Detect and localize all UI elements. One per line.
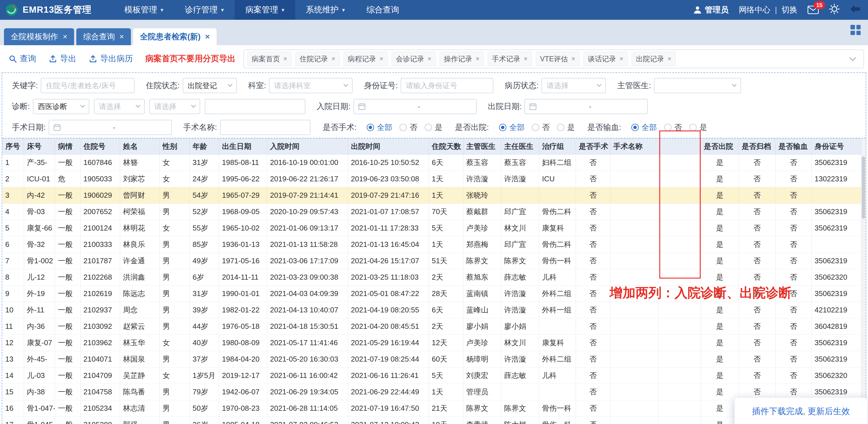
close-icon[interactable]: × bbox=[571, 55, 576, 63]
filter-chip-4[interactable]: 操作记录× bbox=[440, 52, 484, 66]
diagnosis-input[interactable] bbox=[205, 99, 305, 114]
radio-option[interactable]: 全部 bbox=[631, 122, 657, 132]
filter-chip-8[interactable]: 出院记录× bbox=[632, 52, 676, 66]
keyword-input[interactable] bbox=[41, 78, 134, 93]
table-row[interactable]: 7骨1-002一般2101787许金通男49岁1971-05-162021-03… bbox=[3, 253, 861, 269]
mail-button[interactable]: 15 bbox=[807, 6, 819, 14]
table-row[interactable]: 2ICU-01危1905033刘家芯女24岁1995-06-222019-06-… bbox=[3, 171, 861, 187]
filter-chip-1[interactable]: 住院记录× bbox=[296, 52, 340, 66]
close-icon[interactable]: × bbox=[428, 55, 431, 63]
column-header-7[interactable]: 出生日期 bbox=[219, 139, 267, 155]
table-row[interactable]: 6骨-32一般2100333林良乐男85岁1936-01-132021-01-1… bbox=[3, 236, 861, 253]
table-row[interactable]: 17骨1-045一般2105380郭强男36岁1985-04-182021-07… bbox=[3, 417, 861, 424]
radio-option[interactable]: 是 bbox=[557, 122, 575, 132]
close-icon[interactable]: × bbox=[205, 32, 210, 41]
radio-option[interactable]: 全部 bbox=[367, 122, 392, 132]
nav-menu-2[interactable]: 病案管理▾ bbox=[235, 0, 295, 20]
record-status-select[interactable]: 请选择 bbox=[541, 78, 606, 93]
close-icon[interactable]: × bbox=[475, 55, 479, 63]
filter-chip-3[interactable]: 会诊记录× bbox=[392, 52, 436, 66]
column-header-14[interactable]: 是否手术 bbox=[576, 139, 611, 155]
filter-chip-6[interactable]: VTE评估× bbox=[536, 52, 580, 66]
table-row[interactable]: 16骨1-047-一般2105234林志清男50岁1970-08-232021-… bbox=[3, 400, 861, 417]
vertical-scrollbar[interactable] bbox=[861, 138, 866, 424]
column-header-18[interactable]: 是否归档 bbox=[739, 139, 776, 155]
radio-option[interactable]: 是 bbox=[425, 122, 442, 132]
column-header-9[interactable]: 出院时间 bbox=[348, 139, 429, 155]
table-row[interactable]: 13外-45-一般2104071林国泉男37岁1984-04-202021-05… bbox=[3, 351, 861, 367]
discharge-date-range[interactable]: - bbox=[525, 99, 648, 114]
export-record-button[interactable]: 导出病历 bbox=[89, 53, 133, 64]
close-icon[interactable]: × bbox=[668, 55, 672, 63]
table-row[interactable]: 15内-38一般2104758陈鸟番男79岁1942-06-072021-06-… bbox=[3, 384, 861, 400]
close-icon[interactable]: × bbox=[331, 55, 335, 63]
filter-chip-7[interactable]: 谈话记录× bbox=[584, 52, 628, 66]
dept-select[interactable]: 请选择科室 bbox=[269, 78, 352, 93]
settings-button[interactable] bbox=[829, 4, 840, 17]
tab-2[interactable]: 全院患者检索(新)× bbox=[133, 28, 217, 45]
tab-0[interactable]: 全院模板制作× bbox=[4, 28, 74, 45]
nav-menu-0[interactable]: 模板管理▾ bbox=[114, 0, 174, 20]
close-icon[interactable]: × bbox=[119, 32, 124, 41]
admit-date-range[interactable]: - bbox=[353, 99, 477, 114]
tab-1[interactable]: 综合查询× bbox=[76, 28, 131, 45]
table-row[interactable]: 10外-11一般2102937周念男39岁1982-01-222021-04-1… bbox=[3, 302, 861, 318]
grid-layout-button[interactable] bbox=[850, 25, 861, 35]
diagnosis-select-2[interactable]: 请选择 bbox=[149, 99, 200, 114]
id-input[interactable] bbox=[401, 78, 493, 93]
radio-option[interactable]: 否 bbox=[400, 122, 417, 132]
close-icon[interactable]: × bbox=[619, 55, 623, 63]
column-header-11[interactable]: 主管医生 bbox=[463, 139, 501, 155]
back-button[interactable] bbox=[850, 4, 861, 16]
column-header-2[interactable]: 病情 bbox=[55, 139, 81, 155]
column-header-17[interactable]: 是否出院 bbox=[701, 139, 739, 155]
close-icon[interactable]: × bbox=[63, 32, 67, 41]
table-row[interactable]: 5康复-66一般2100124林明花女55岁1965-10-022021-01-… bbox=[3, 220, 861, 236]
column-header-10[interactable]: 住院天数 bbox=[429, 139, 463, 155]
nav-menu-3[interactable]: 系统维护▾ bbox=[295, 0, 356, 20]
radio-option[interactable]: 是 bbox=[689, 122, 707, 132]
filter-chip-2[interactable]: 病程记录× bbox=[343, 52, 388, 66]
close-icon[interactable]: × bbox=[283, 55, 287, 63]
column-header-20[interactable]: 身份证号 bbox=[812, 139, 861, 155]
filter-chip-0[interactable]: 病案首页× bbox=[247, 52, 291, 66]
user-menu[interactable]: 管理员 bbox=[693, 4, 728, 15]
close-icon[interactable]: × bbox=[379, 55, 383, 63]
export-button[interactable]: 导出 bbox=[49, 53, 76, 64]
surgery-name-input[interactable] bbox=[220, 120, 310, 135]
table-row[interactable]: 4骨-03一般2007652柯荣福男52岁1968-09-052020-10-2… bbox=[3, 204, 861, 220]
table-row[interactable]: 8儿-12一般2102268洪润鑫男6岁2014-11-112021-03-23… bbox=[3, 269, 861, 286]
nav-menu-1[interactable]: 诊疗管理▾ bbox=[174, 0, 235, 20]
column-header-12[interactable]: 主任医生 bbox=[501, 139, 539, 155]
radio-option[interactable]: 全部 bbox=[499, 122, 525, 132]
query-button[interactable]: 查询 bbox=[8, 53, 36, 64]
column-header-4[interactable]: 姓名 bbox=[120, 139, 160, 155]
column-header-13[interactable]: 治疗组 bbox=[539, 139, 576, 155]
column-header-8[interactable]: 入院时间 bbox=[267, 139, 348, 155]
status-select[interactable]: 出院登记 bbox=[183, 78, 237, 93]
switch-link[interactable]: 切换 bbox=[781, 4, 797, 15]
column-header-19[interactable]: 是否输血 bbox=[776, 139, 812, 155]
column-header-0[interactable]: 序号 bbox=[3, 139, 24, 155]
column-header-16[interactable] bbox=[658, 139, 701, 155]
nav-menu-4[interactable]: 综合查询 bbox=[356, 0, 410, 20]
doctor-select[interactable] bbox=[654, 78, 741, 93]
column-header-6[interactable]: 年龄 bbox=[190, 139, 219, 155]
table-row[interactable]: 12康复-07一般2103962林玉华女40岁1980-08-092021-05… bbox=[3, 335, 861, 351]
scrollbar-thumb[interactable] bbox=[862, 157, 865, 219]
network-center-link[interactable]: 网络中心 bbox=[739, 4, 771, 15]
chevron-down-icon[interactable] bbox=[849, 55, 856, 61]
column-header-1[interactable]: 床号 bbox=[24, 139, 55, 155]
close-icon[interactable]: × bbox=[524, 55, 528, 63]
radio-option[interactable]: 否 bbox=[532, 122, 550, 132]
table-row[interactable]: 14儿-03一般2104709吴芷静女1岁5月2019-12-172021-06… bbox=[3, 367, 861, 384]
table-row[interactable]: 3内-42一般1906029曾阿财男54岁1965-07-292019-07-2… bbox=[3, 187, 861, 204]
diagnosis-select-1[interactable]: 请选择 bbox=[94, 99, 145, 114]
column-header-15[interactable]: 手术名称 bbox=[611, 139, 658, 155]
column-header-3[interactable]: 住院号 bbox=[81, 139, 120, 155]
radio-option[interactable]: 否 bbox=[664, 122, 682, 132]
filter-chip-5[interactable]: 手术记录× bbox=[488, 52, 532, 66]
diagnosis-type-select[interactable]: 西医诊断 bbox=[33, 99, 89, 114]
column-header-5[interactable]: 性别 bbox=[160, 139, 190, 155]
table-row[interactable]: 11内-36一般2103092赵紫云男44岁1976-05-182021-04-… bbox=[3, 318, 861, 335]
